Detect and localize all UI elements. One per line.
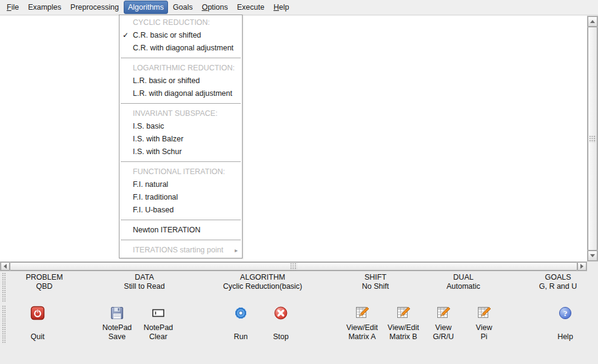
horizontal-scrollbar-thumb[interactable] (10, 262, 577, 271)
toolbar-button-label-line: Stop (273, 332, 289, 342)
toolbar-button-label-line: Matrix A (348, 332, 375, 342)
scroll-down-icon (590, 254, 595, 257)
matrix-edit-icon (355, 305, 369, 322)
menu-options[interactable]: Options (198, 1, 232, 14)
toolbar-button-notepad-clear[interactable]: NotePadClear (129, 305, 187, 342)
menu-item-label: LOGARITHMIC REDUCTION: (133, 64, 235, 72)
algorithms-menu: CYCLIC REDUCTION:✓C.R. basic or shiftedC… (119, 15, 243, 258)
clear-field-icon (151, 305, 166, 322)
toolbar-button-label: ViewG/R/U (433, 323, 454, 342)
menu-algorithms[interactable]: Algorithms (124, 1, 168, 14)
menu-item-cyclic-reduction-header: CYCLIC REDUCTION: (119, 16, 242, 29)
menu-item-label: L.R. with diagonal adjustment (133, 89, 232, 98)
vertical-scrollbar-thumb[interactable] (588, 27, 597, 251)
accelerator-letter: F (7, 3, 12, 12)
status-label: GOALS (485, 273, 598, 282)
toolbar-button-label-line: Clear (149, 332, 167, 342)
menu-separator (119, 100, 242, 107)
menu-item-is-with-schur[interactable]: I.S. with Schur (119, 146, 242, 158)
accelerator-letter: O (202, 3, 208, 12)
vertical-scrollbar[interactable] (587, 16, 598, 261)
menu-examples[interactable]: Examples (24, 1, 66, 14)
toolbar-button-label-line: View/Edit (346, 323, 378, 332)
toolbar-button-help[interactable]: ?Help (536, 305, 594, 342)
menu-item-label: I.S. basic (133, 122, 164, 130)
main-content-area (0, 16, 587, 261)
menu-item-label: I.S. with Schur (133, 147, 182, 156)
menu-separator (119, 55, 242, 62)
toolbar-button-label-line: Quit (31, 332, 45, 342)
menu-item-lr-basic-or-shifted[interactable]: L.R. basic or shifted (119, 75, 242, 87)
menu-item-lr-with-diagonal-adjustment[interactable]: L.R. with diagonal adjustment (119, 87, 242, 100)
menu-item-functional-iteration-header: FUNCTIONAL ITERATION: (119, 166, 242, 178)
toolbar-button-label-line: Matrix B (389, 332, 417, 342)
menu-item-logarithmic-reduction-header: LOGARITHMIC REDUCTION: (119, 62, 242, 75)
bottom-panel: PROBLEMQBDDATAStill to ReadALGORITHMCycl… (0, 271, 598, 364)
matrix-edit-icon (396, 305, 411, 322)
toolbar-button-view-pi[interactable]: ViewPi (455, 305, 513, 342)
menu-item-label: CYCLIC REDUCTION: (133, 18, 210, 27)
scroll-down-button[interactable] (588, 251, 597, 261)
toolbar-button-label-line: G/R/U (433, 332, 454, 342)
scroll-right-icon (580, 264, 583, 269)
menu-item-cr-basic-or-shifted[interactable]: ✓C.R. basic or shifted (119, 29, 242, 42)
toolbar-button-label-line: Run (234, 332, 248, 342)
toolbar-button-label-line: NotePad (102, 323, 132, 332)
thumb-grip-icon (589, 135, 596, 143)
gear-icon (233, 305, 248, 322)
menu-item-label: C.R. basic or shifted (133, 31, 201, 39)
toolbar-button-quit[interactable]: Quit (8, 305, 67, 342)
menu-item-is-basic[interactable]: I.S. basic (119, 120, 242, 133)
menu-item-label: ITERATIONS starting point (133, 246, 223, 254)
toolbar-button-label: NotePadClear (144, 323, 173, 342)
matrix-edit-icon (477, 305, 491, 322)
menu-goals[interactable]: Goals (169, 1, 197, 14)
menu-item-fi-u-based[interactable]: F.I. U-based (119, 204, 242, 217)
toolbar-button-label-line: Help (557, 332, 573, 342)
scroll-up-icon (590, 20, 595, 23)
menu-item-label: FUNCTIONAL ITERATION: (133, 167, 225, 176)
status-goals: GOALSG, R and U (485, 273, 598, 291)
menu-item-newton-iteration[interactable]: Newton ITERATION (119, 224, 242, 237)
toolbar-button-label: Quit (31, 323, 45, 342)
menu-file[interactable]: File (2, 1, 23, 14)
scroll-left-button[interactable] (1, 262, 10, 271)
power-icon (30, 305, 45, 322)
toolbar-button-label: Run (234, 323, 248, 342)
menubar: FileExamplesPreprocessingAlgorithmsGoals… (0, 0, 598, 15)
matrix-edit-icon (436, 305, 451, 322)
menu-item-label: F.I. U-based (133, 206, 173, 214)
accelerator-letter: H (274, 3, 279, 12)
toolbar-button-label-line: NotePad (144, 323, 173, 332)
menu-item-is-with-balzer[interactable]: I.S. with Balzer (119, 133, 242, 146)
scroll-left-icon (4, 264, 7, 269)
toolbar-button-label: Help (557, 323, 573, 342)
checkmark-icon: ✓ (123, 29, 132, 42)
toolbar-button-label: NotePadSave (102, 323, 132, 342)
menu-item-label: INVARIANT SUBSPACE: (133, 109, 218, 118)
menu-item-label: Newton ITERATION (133, 226, 201, 234)
floppy-save-icon (110, 305, 124, 322)
horizontal-scrollbar[interactable] (0, 261, 587, 271)
stop-icon (274, 305, 288, 322)
scroll-up-button[interactable] (588, 16, 597, 27)
toolbar-button-label-line: Pi (480, 332, 487, 342)
toolbar-button-label: Stop (273, 323, 289, 342)
menu-item-label: F.I. natural (133, 180, 168, 189)
toolbar-button-label-line: Save (109, 332, 126, 342)
menu-separator (119, 217, 242, 224)
menu-preprocessing[interactable]: Preprocessing (66, 1, 123, 14)
menu-item-fi-traditional[interactable]: F.I. traditional (119, 191, 242, 204)
toolbar-button-label: View/EditMatrix A (346, 323, 378, 342)
scroll-right-button[interactable] (577, 262, 586, 271)
menu-item-cr-with-diagonal-adjustment[interactable]: C.R. with diagonal adjustment (119, 42, 242, 55)
menu-item-fi-natural[interactable]: F.I. natural (119, 178, 242, 191)
toolbar-button-stop[interactable]: Stop (252, 305, 310, 342)
mc-solver-window: FileExamplesPreprocessingAlgorithmsGoals… (0, 0, 598, 364)
toolbar-grip-handle[interactable] (2, 305, 6, 344)
menu-execute[interactable]: Execute (233, 1, 269, 14)
menu-help[interactable]: Help (269, 1, 294, 14)
menu-separator (119, 158, 242, 166)
menu-item-label: L.R. basic or shifted (133, 76, 200, 85)
help-icon: ? (558, 305, 573, 322)
